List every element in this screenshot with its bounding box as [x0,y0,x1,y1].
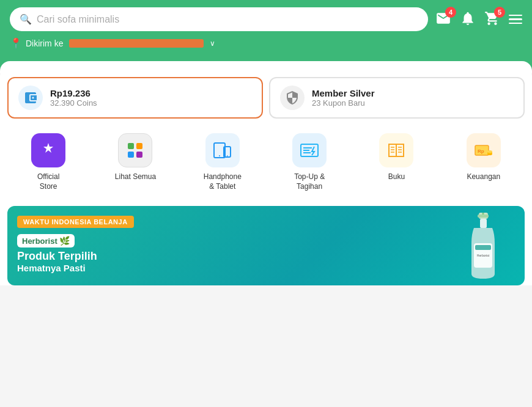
wallet-coins: 32.390 Coins [50,98,97,108]
categories-row: OfficialStore Lihat Semua [0,119,532,199]
category-lihat-semua[interactable]: Lihat Semua [92,131,179,194]
wallet-icon-wrapper [18,86,43,110]
member-subtitle: 23 Kupon Baru [312,98,375,108]
svg-text:Rp: Rp [478,148,484,154]
location-address-bar [69,39,204,48]
location-chevron-icon: ∨ [210,39,215,48]
svg-rect-2 [128,152,134,158]
lihat-semua-label: Lihat Semua [115,172,156,182]
topup-tagihan-label: Top-Up &Tagihan [294,172,325,191]
buku-icon-wrap [379,133,413,167]
search-input-placeholder: Cari sofa minimalis [37,14,119,25]
svg-rect-26 [475,245,491,250]
category-buku[interactable]: Buku [353,131,440,194]
keuangan-icon-wrap: Rp [467,133,501,167]
topup-icon [298,139,320,161]
wallet-icon [23,90,38,105]
handphone-icon-wrap [205,133,240,167]
mail-button[interactable]: 4 [435,10,451,29]
location-row[interactable]: 📍 Dikirim ke ∨ [10,37,522,49]
hamburger-line-3 [509,23,522,24]
banner-subtitle: Hematnya Pasti [17,263,97,273]
location-label: Dikirim ke [26,38,63,48]
lihat-semua-icon [125,141,145,160]
cards-row: Rp19.236 32.390 Coins Member Silver 23 K… [7,67,525,119]
hamburger-line-2 [509,18,522,20]
banner-section[interactable]: WAKTU INDONESIA BELANJA Herborist 🌿 Prod… [7,206,525,285]
buku-label: Buku [388,172,405,182]
svg-text:Herborist: Herborist [477,254,490,257]
category-handphone-tablet[interactable]: Handphone& Tablet [179,131,266,194]
handphone-tablet-label: Handphone& Tablet [204,172,242,191]
member-icon [285,90,300,105]
category-keuangan[interactable]: Rp Keuangan [440,131,527,194]
buku-icon [385,139,407,161]
bell-icon [460,10,476,26]
wallet-info: Rp19.236 32.390 Coins [50,88,97,108]
category-topup-tagihan[interactable]: Top-Up &Tagihan [266,131,353,194]
topup-icon-wrap [292,133,327,167]
member-card[interactable]: Member Silver 23 Kupon Baru [269,77,525,119]
search-icon: 🔍 [20,13,32,25]
mail-badge: 4 [445,7,456,18]
wallet-amount: Rp19.236 [50,88,97,98]
official-store-icon [39,141,58,160]
notification-button[interactable] [460,10,476,29]
member-title: Member Silver [312,88,375,98]
member-icon-wrapper [280,86,305,110]
bottle-svg: Herborist [467,213,500,283]
cart-badge: 5 [494,7,505,18]
search-box[interactable]: 🔍 Cari sofa minimalis [10,7,428,31]
header-icons: 4 5 [435,10,522,29]
official-store-label: OfficialStore [37,172,59,191]
lihat-semua-icon-wrap [118,133,152,167]
herborist-logo: Herborist 🌿 [17,234,75,248]
keuangan-label: Keuangan [467,172,500,182]
location-pin-icon: 📍 [10,37,22,49]
cart-button[interactable]: 5 [484,10,500,29]
menu-button[interactable] [509,15,522,24]
svg-rect-0 [128,143,134,149]
svg-rect-28 [478,215,489,218]
official-store-icon-wrap [31,133,65,167]
banner-badge: WAKTU INDONESIA BELANJA [17,216,134,228]
keuangan-icon: Rp [473,139,495,161]
svg-rect-24 [480,219,487,228]
hamburger-line-1 [509,15,522,16]
banner-text-block: Herborist 🌿 Produk Terpilih Hematnya Pas… [17,234,97,276]
member-info: Member Silver 23 Kupon Baru [312,88,375,108]
banner-title: Produk Terpilih [17,250,97,263]
svg-point-22 [487,150,492,153]
main-content: Rp19.236 32.390 Coins Member Silver 23 K… [0,67,532,285]
svg-rect-3 [136,152,142,158]
wallet-card[interactable]: Rp19.236 32.390 Coins [7,77,263,119]
banner-bottle-image: Herborist [467,213,500,285]
app-header: 🔍 Cari sofa minimalis 4 [0,0,532,61]
svg-rect-1 [136,143,142,149]
handphone-icon [212,139,234,161]
search-row: 🔍 Cari sofa minimalis 4 [10,7,522,31]
category-official-store[interactable]: OfficialStore [5,131,92,194]
